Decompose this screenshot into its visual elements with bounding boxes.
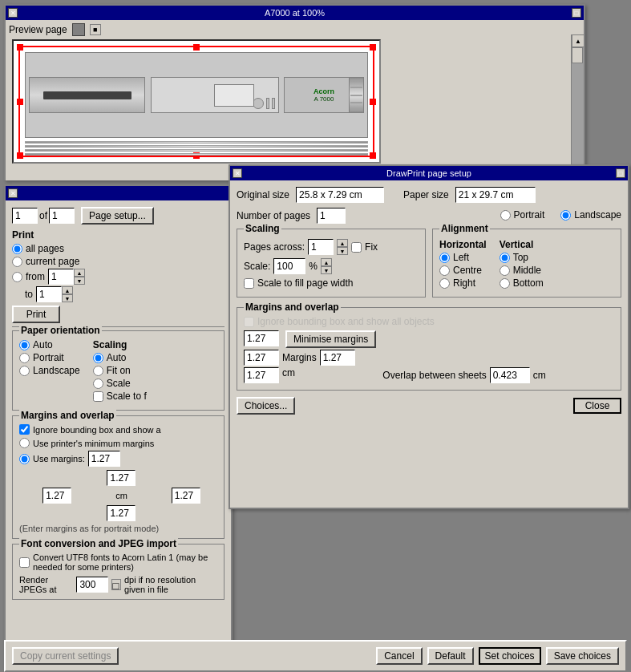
print-button[interactable]: Print — [12, 306, 60, 323]
handle-tl[interactable] — [17, 44, 23, 51]
top-radio[interactable] — [500, 253, 510, 263]
scaling-section-label: Scaling — [244, 223, 281, 234]
handle-ml[interactable] — [17, 99, 23, 105]
main-title-bar: ✕ A7000 at 100% □ — [6, 6, 584, 20]
convert-utf8-label: Convert UTF8 fonts to Acorn Latin 1 (may… — [33, 553, 217, 572]
pages-across-input[interactable] — [308, 239, 334, 255]
set-choices-button[interactable]: Set choices — [479, 647, 541, 665]
size-row: Original size Paper size — [237, 187, 621, 203]
middle-radio[interactable] — [500, 265, 510, 276]
vertical-scrollbar[interactable]: ▲ ▼ — [571, 34, 584, 180]
handle-br[interactable] — [370, 152, 376, 159]
margin-right-input[interactable] — [172, 488, 200, 504]
convert-utf8-check[interactable] — [19, 557, 30, 568]
fix-checkbox[interactable] — [351, 242, 362, 253]
minimise-margins-button[interactable]: Minimise margins — [285, 330, 376, 348]
overlap-input[interactable] — [490, 367, 530, 383]
dp-margin-top-input[interactable] — [244, 330, 279, 346]
printer-margins-radio[interactable] — [19, 438, 30, 448]
dp-margin-bottom-input[interactable] — [244, 367, 279, 383]
ignore-bbox-check[interactable] — [19, 424, 30, 435]
dpi-input[interactable] — [76, 577, 108, 593]
dp-portrait-radio[interactable] — [500, 210, 511, 221]
handle-bl[interactable] — [17, 152, 23, 159]
scaling-auto-label: Auto — [107, 352, 127, 363]
right-radio[interactable] — [439, 278, 450, 289]
horizontal-label: Horizontal — [439, 239, 487, 250]
scale-label: Scale: — [244, 261, 270, 272]
page-setup-button[interactable]: Page setup... — [81, 207, 154, 225]
dp-margin-left-input[interactable] — [244, 350, 279, 366]
scaling-fiton-label: Fit on — [107, 365, 131, 376]
from-up-btn[interactable]: ▲ — [74, 269, 85, 277]
close-button[interactable]: Close — [573, 398, 621, 414]
printer-body: Acorn A 7000 — [25, 52, 368, 138]
paper-size-input[interactable] — [455, 187, 536, 203]
scale-up[interactable]: ▲ — [321, 258, 332, 266]
to-input[interactable] — [36, 286, 62, 302]
centre-radio[interactable] — [439, 265, 450, 276]
scroll-up-btn[interactable]: ▲ — [572, 34, 584, 47]
margin-top-input[interactable] — [107, 470, 136, 486]
cancel-button[interactable]: Cancel — [376, 647, 422, 665]
dp-ignore-bbox-label: Ignore bounding box and show all objects — [257, 316, 435, 327]
fix-label: Fix — [365, 241, 378, 253]
portrait-orient-radio[interactable] — [19, 353, 30, 363]
handle-mr[interactable] — [370, 99, 376, 105]
use-margins-radio[interactable] — [19, 454, 30, 464]
left-radio[interactable] — [439, 253, 450, 263]
all-pages-radio[interactable] — [12, 244, 22, 254]
drawprint-close-icon[interactable]: ✕ — [233, 168, 242, 178]
drawprint-resize-icon[interactable]: □ — [616, 168, 625, 178]
bottom-radio[interactable] — [500, 278, 510, 289]
to-label: to — [25, 289, 33, 300]
dp-portrait-label: Portrait — [514, 209, 545, 221]
to-down-btn[interactable]: ▼ — [62, 294, 73, 302]
scaling-fiton-radio[interactable] — [93, 366, 103, 376]
portrait-orient-label: Portrait — [33, 352, 64, 363]
dp-landscape-radio[interactable] — [560, 210, 571, 221]
paper-orient-label: Paper orientation — [19, 325, 102, 336]
choices-button[interactable]: Choices... — [237, 397, 295, 415]
from-radio[interactable] — [12, 272, 22, 282]
auto-orient-radio[interactable] — [19, 340, 30, 350]
num-pages-input[interactable] — [317, 208, 346, 224]
landscape-orient-radio[interactable] — [19, 366, 30, 376]
save-choices-button[interactable]: Save choices — [546, 647, 619, 665]
from-input[interactable] — [48, 269, 74, 285]
copy-current-button[interactable]: Copy current settings — [12, 647, 119, 665]
scaling-scale-radio[interactable] — [93, 379, 103, 389]
paper-orientation-section: Paper orientation Auto Portrait — [12, 330, 224, 411]
main-window-title: A7000 at 100% — [20, 8, 569, 18]
margin-bottom-input[interactable] — [107, 505, 136, 521]
default-button[interactable]: Default — [427, 647, 474, 665]
page-settings-icon[interactable]: ■ — [90, 24, 101, 35]
dp-landscape-label: Landscape — [574, 209, 621, 221]
printer-button3 — [272, 98, 275, 109]
print-label: Print — [12, 229, 224, 241]
scale-fill-check[interactable] — [93, 391, 103, 402]
margins-value-input[interactable] — [88, 451, 120, 467]
scale-input[interactable] — [273, 258, 305, 274]
page-current-input[interactable] — [12, 208, 38, 224]
dp-margin-right-input[interactable] — [320, 350, 355, 366]
handle-tr[interactable] — [370, 44, 376, 51]
scaling-auto-radio[interactable] — [93, 353, 103, 363]
to-up-btn[interactable]: ▲ — [62, 286, 73, 294]
middle-label: Middle — [513, 265, 541, 276]
scale-down[interactable]: ▼ — [321, 266, 332, 274]
handle-tc[interactable] — [193, 44, 200, 51]
page-total-input[interactable] — [49, 208, 75, 224]
close-icon[interactable]: ✕ — [8, 8, 18, 18]
print-close-icon[interactable]: ✕ — [8, 188, 18, 198]
scroll-thumb[interactable] — [572, 47, 583, 63]
pages-across-down[interactable]: ▼ — [337, 247, 348, 255]
from-down-btn[interactable]: ▼ — [74, 277, 85, 285]
pages-across-up[interactable]: ▲ — [337, 239, 348, 247]
original-size-input[interactable] — [296, 187, 384, 203]
resize-icon[interactable]: □ — [572, 8, 581, 18]
current-page-radio[interactable] — [12, 257, 22, 267]
scale-fill-page-check[interactable] — [244, 278, 254, 289]
margin-left-input[interactable] — [42, 488, 71, 504]
scaling-section: Scaling Pages across: ▲ ▼ Fix — [237, 229, 426, 298]
